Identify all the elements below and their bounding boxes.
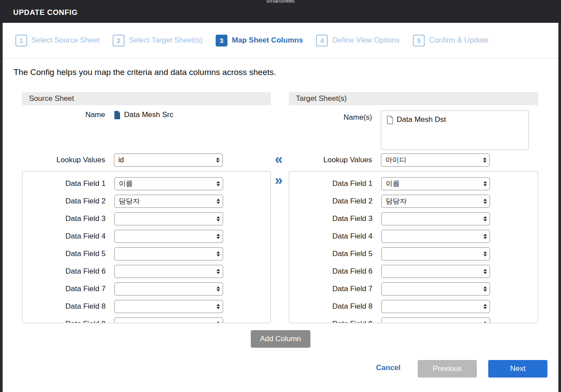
field-label: Data Field 3: [289, 214, 381, 223]
target-sheet-names-box[interactable]: Data Mesh Dst: [381, 110, 529, 150]
field-label: Data Field 6: [289, 267, 381, 276]
target-field-row: Data Field 2 담당자: [289, 192, 538, 210]
select-spinner-icon: [217, 195, 220, 207]
double-chevron-left-icon: «: [275, 152, 283, 166]
source-fields-box: Data Field 1 이름 Data Field 2 담당자 Dat: [22, 171, 271, 323]
select-spinner-icon: [483, 213, 487, 225]
target-lookup-label: Lookup Values: [289, 156, 381, 164]
source-field-select[interactable]: [114, 247, 223, 260]
source-field-row: Data Field 4: [22, 228, 270, 245]
target-field-row: Data Field 5: [289, 245, 538, 263]
source-field-select[interactable]: [114, 300, 223, 313]
source-field-select[interactable]: [114, 317, 223, 323]
target-field-select[interactable]: [381, 265, 490, 278]
target-field-row: Data Field 1 이름: [289, 175, 538, 192]
target-field-row: Data Field 6: [289, 263, 538, 280]
next-button[interactable]: Next: [488, 360, 547, 378]
source-field-row: Data Field 8: [22, 298, 270, 315]
select-spinner-icon: [217, 318, 220, 323]
select-spinner-icon: [483, 318, 487, 323]
field-label: Data Field 6: [22, 267, 114, 276]
target-field-select[interactable]: [381, 300, 490, 313]
target-field-row: Data Field 4: [289, 228, 538, 245]
select-spinner-icon: [483, 265, 487, 278]
step-label: Select Source Sheet: [32, 36, 99, 45]
source-sheet-panel: Source Sheet Name Data Mesh Src Lookup V…: [22, 92, 271, 105]
previous-button[interactable]: Previous: [418, 360, 477, 378]
step-number: 2: [113, 35, 124, 46]
source-field-row: Data Field 1 이름: [22, 175, 270, 192]
field-label: Data Field 9: [289, 320, 381, 323]
source-field-select[interactable]: [114, 212, 223, 225]
field-label: Data Field 7: [289, 285, 381, 293]
step-select-source-sheet[interactable]: 1 Select Source Sheet: [15, 35, 99, 46]
source-field-select[interactable]: 이름: [114, 177, 223, 190]
source-field-select[interactable]: [114, 230, 223, 243]
document-icon: [114, 111, 121, 119]
select-spinner-icon: [483, 154, 486, 166]
source-sheet-name: Data Mesh Src: [114, 110, 173, 119]
dialog-title: UPDATE CONFIG: [0, 8, 78, 23]
target-field-select[interactable]: [381, 230, 490, 243]
step-select-target-sheets[interactable]: 2 Select Target Sheet(s): [113, 35, 202, 46]
field-label: Data Field 7: [22, 285, 114, 293]
field-label: Data Field 2: [22, 197, 114, 206]
source-field-row: Data Field 3: [22, 210, 270, 228]
source-sheet-name-text: Data Mesh Src: [124, 110, 173, 119]
select-spinner-icon: [483, 195, 487, 207]
step-number: 4: [316, 35, 328, 46]
select-spinner-icon: [217, 265, 220, 278]
select-spinner-icon: [217, 230, 220, 242]
target-field-select[interactable]: [381, 247, 490, 260]
select-spinner-icon: [483, 230, 487, 242]
document-outline-icon: [387, 115, 393, 124]
field-label: Data Field 1: [289, 179, 381, 188]
target-field-select[interactable]: 담당자: [381, 195, 490, 208]
step-number: 1: [15, 35, 27, 46]
target-field-row: Data Field 9: [289, 315, 538, 323]
select-spinner-icon: [483, 283, 487, 295]
field-label: Data Field 4: [22, 232, 114, 241]
target-name-label: Name(s): [289, 110, 381, 122]
source-lookup-label: Lookup Values: [22, 156, 114, 164]
source-field-select[interactable]: [114, 265, 223, 278]
add-column-button[interactable]: Add Column: [251, 330, 310, 348]
cancel-button[interactable]: Cancel: [376, 363, 401, 372]
field-label: Data Field 8: [22, 302, 114, 311]
select-spinner-icon: [216, 154, 220, 166]
target-field-select[interactable]: [381, 212, 490, 225]
step-confirm-update[interactable]: 5 Confirm & Update: [413, 35, 488, 46]
source-field-select[interactable]: 담당자: [114, 195, 223, 208]
step-map-sheet-columns[interactable]: 3 Map Sheet Columns: [216, 35, 303, 46]
select-spinner-icon: [217, 248, 220, 260]
target-field-select[interactable]: [381, 282, 490, 296]
step-label: Confirm & Update: [429, 36, 488, 45]
source-field-row: Data Field 7: [22, 280, 270, 298]
field-label: Data Field 8: [289, 302, 381, 311]
source-lookup-select[interactable]: id: [114, 153, 223, 167]
step-number: 5: [413, 35, 425, 46]
source-field-select[interactable]: [114, 282, 223, 296]
source-field-row: Data Field 9: [22, 315, 270, 323]
target-sheet-panel: Target Sheet(s) Name(s) Data Mesh Dst Lo…: [289, 92, 538, 105]
field-label: Data Field 3: [22, 214, 114, 223]
target-fields-box: Data Field 1 이름 Data Field 2 담당자 Dat: [289, 171, 538, 323]
source-field-row: Data Field 6: [22, 263, 270, 280]
target-lookup-select[interactable]: 아이디: [381, 153, 490, 167]
step-define-view-options[interactable]: 4 Define View Options: [316, 35, 400, 46]
smartsheet-brand: smartsheet: [0, 0, 561, 4]
step-label: Select Target Sheet(s): [129, 36, 202, 45]
target-sheet-header: Target Sheet(s): [289, 92, 538, 105]
select-spinner-icon: [483, 178, 487, 190]
target-field-select[interactable]: [381, 317, 490, 323]
field-label: Data Field 5: [22, 249, 114, 258]
source-field-row: Data Field 2 담당자: [22, 192, 270, 210]
step-label: Map Sheet Columns: [232, 36, 303, 45]
target-field-row: Data Field 3: [289, 210, 538, 228]
target-field-row: Data Field 7: [289, 280, 538, 298]
step-label: Define View Options: [332, 36, 400, 45]
source-field-row: Data Field 5: [22, 245, 270, 263]
source-name-label: Name: [22, 110, 114, 119]
select-spinner-icon: [483, 300, 487, 313]
target-field-select[interactable]: 이름: [381, 177, 490, 190]
